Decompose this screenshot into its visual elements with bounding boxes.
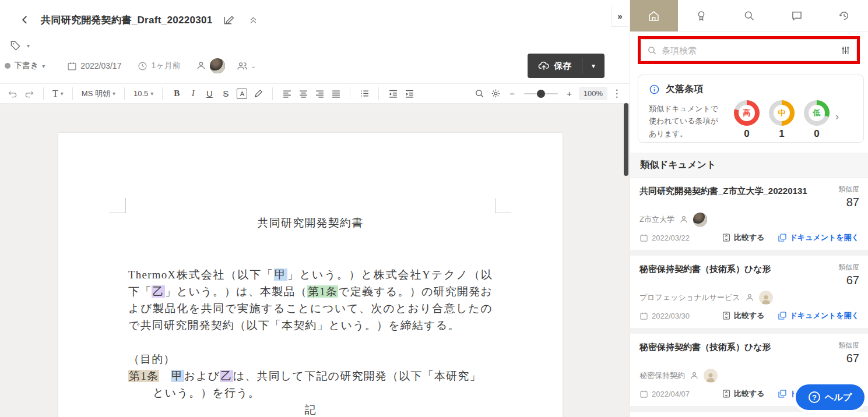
align-center-button[interactable]: [296, 86, 310, 101]
date-field: 2022/03/17: [67, 61, 121, 71]
risk-count: 0: [734, 128, 760, 140]
open-document-link[interactable]: ドキュメントを開く: [778, 310, 859, 321]
compare-button[interactable]: 比較する: [722, 232, 765, 243]
doc-highlight-green[interactable]: 第1条: [307, 285, 338, 298]
filter-sliders-icon[interactable]: [841, 45, 851, 55]
align-right-button[interactable]: [312, 86, 326, 101]
similar-document-title: 秘密保持契約書（技術系）ひな形: [639, 341, 814, 365]
editor-settings-button[interactable]: [489, 86, 503, 101]
align-left-button[interactable]: [280, 86, 294, 101]
tag-button[interactable]: [7, 37, 23, 54]
document-canvas: 共同研究開発契約書ThermoX株式会社（以下「甲」という。）と株式会社Yテクノ…: [0, 104, 630, 417]
back-button[interactable]: [17, 12, 33, 27]
indent-increase-button[interactable]: [402, 86, 416, 101]
updated-field: 1ヶ月前: [138, 61, 180, 71]
text-style-label: T: [52, 89, 58, 99]
compare-label: 比較する: [734, 232, 765, 243]
person-icon: [679, 215, 688, 224]
zoom-level-badge[interactable]: 100%: [579, 87, 607, 100]
align-left-icon: [282, 89, 292, 98]
font-color-button[interactable]: A: [235, 86, 249, 101]
tab-playbook[interactable]: [678, 0, 726, 31]
clause-search-field[interactable]: [641, 39, 857, 61]
doc-block-title: 共同研究開発契約書: [128, 214, 493, 231]
document-page[interactable]: 共同研究開発契約書ThermoX株式会社（以下「甲」という。）と株式会社Yテクノ…: [58, 133, 563, 417]
zoom-slider[interactable]: [524, 93, 558, 94]
doc-highlight-purple[interactable]: 乙: [220, 370, 233, 382]
sidebar-expand-button[interactable]: »: [611, 6, 628, 27]
compare-button[interactable]: 比較する: [722, 388, 765, 399]
vertical-scrollbar-thumb[interactable]: [624, 103, 628, 176]
search-icon: [743, 10, 755, 22]
strikethrough-button[interactable]: S: [219, 86, 233, 101]
zoom-out-button[interactable]: −: [505, 86, 519, 101]
toolbar-more-button[interactable]: ⋮: [610, 86, 624, 101]
compare-icon: [722, 389, 731, 398]
similar-document-item[interactable]: （汎用ひな形）業務提携の検討における秘密保持契約書 類似度 67 【ひな形】秘密…: [630, 412, 868, 417]
font-family-selector[interactable]: MS 明朝 ▾: [80, 86, 117, 101]
doc-highlight-blue[interactable]: 甲: [171, 370, 184, 382]
tag-caret-icon[interactable]: ▾: [27, 43, 30, 49]
save-button[interactable]: 保存 ▼: [528, 54, 605, 78]
zoom-slider-knob[interactable]: [537, 90, 545, 98]
italic-button[interactable]: I: [186, 86, 200, 101]
missing-clauses-chevron-icon[interactable]: ›: [835, 111, 839, 123]
analysis-sidebar: 欠落条項 類似ドキュメントで使われている条項があります。 高 0 中 1 低 0…: [630, 0, 868, 417]
tab-search[interactable]: [725, 0, 773, 31]
save-label: 保存: [554, 61, 572, 72]
open-document-label: ドキュメントを開く: [790, 310, 859, 321]
compare-button[interactable]: 比較する: [722, 310, 765, 321]
indent-decrease-button[interactable]: [386, 86, 400, 101]
similar-document-item[interactable]: 共同研究開発契約書_Z市立大学_20220131 類似度 87 Z市立大学 20…: [630, 178, 868, 250]
font-family-caret-icon: ▾: [113, 90, 115, 97]
doc-text: および: [184, 370, 220, 382]
font-size-caret-icon: ▾: [150, 90, 153, 97]
tab-comments[interactable]: [773, 0, 821, 31]
underline-button[interactable]: U: [202, 86, 216, 101]
zoom-in-button[interactable]: +: [563, 86, 577, 101]
collapse-header-button[interactable]: [245, 12, 261, 28]
help-button[interactable]: ? ヘルプ: [796, 384, 865, 410]
owner-field[interactable]: [196, 58, 225, 73]
save-dropdown-button[interactable]: ▼: [582, 54, 605, 78]
font-size-selector[interactable]: 10.5 ▾: [132, 86, 155, 101]
clause-search-input[interactable]: [662, 45, 836, 55]
similar-document-avatar: [759, 291, 773, 305]
doc-block-p: （目的）: [128, 351, 493, 367]
risk-level-label: 高: [743, 108, 751, 118]
doc-highlight-blue[interactable]: 甲: [274, 268, 287, 281]
similar-document-item[interactable]: 秘密保持契約書（技術系）ひな形 類似度 67 プロフェッショナルサービス 202…: [630, 256, 868, 328]
doc-text: （目的）: [128, 353, 175, 365]
similar-document-org: Z市立大学: [639, 214, 674, 225]
doc-block-spacer: [128, 249, 493, 266]
align-justify-button[interactable]: [329, 86, 343, 101]
missing-clauses-donuts: 高 0 中 1 低 0: [734, 100, 830, 140]
highlight-button[interactable]: [251, 86, 265, 101]
undo-button[interactable]: [6, 86, 20, 101]
missing-clauses-card[interactable]: 欠落条項 類似ドキュメントで使われている条項があります。 高 0 中 1 低 0…: [638, 75, 864, 143]
owner-avatar[interactable]: [210, 58, 225, 73]
status-selector[interactable]: 下書き ▾: [5, 61, 45, 71]
bold-button[interactable]: B: [170, 86, 184, 101]
tab-history[interactable]: [820, 0, 868, 31]
doc-highlight-purple[interactable]: 乙: [152, 285, 164, 298]
status-label: 下書き: [14, 61, 38, 71]
list-button[interactable]: [357, 86, 371, 101]
status-dot-icon: [5, 63, 10, 69]
document-title: 共同研究開発契約書_Draft_20220301: [41, 13, 212, 27]
doc-highlight-tan[interactable]: 第1条: [128, 370, 159, 382]
app-window: 共同研究開発契約書_Draft_20220301 ▾ 下書き ▾: [0, 0, 868, 417]
text-style-selector[interactable]: T ▾: [51, 86, 65, 101]
ribbon-badge-icon: [695, 10, 707, 22]
redo-button[interactable]: [22, 86, 36, 101]
members-selector[interactable]: ⌄: [237, 61, 256, 72]
open-document-link[interactable]: ドキュメントを開く: [778, 232, 859, 243]
document-content[interactable]: 共同研究開発契約書ThermoX株式会社（以下「甲」という。）と株式会社Yテクノ…: [58, 133, 563, 417]
rename-button[interactable]: [220, 12, 237, 28]
missing-clauses-title: 欠落条項: [666, 83, 703, 96]
double-chevron-up-icon: [249, 16, 258, 24]
tab-home[interactable]: [630, 0, 678, 31]
font-family-label: MS 明朝: [82, 89, 110, 99]
align-justify-icon: [331, 89, 341, 98]
find-in-document-button[interactable]: [473, 86, 487, 101]
